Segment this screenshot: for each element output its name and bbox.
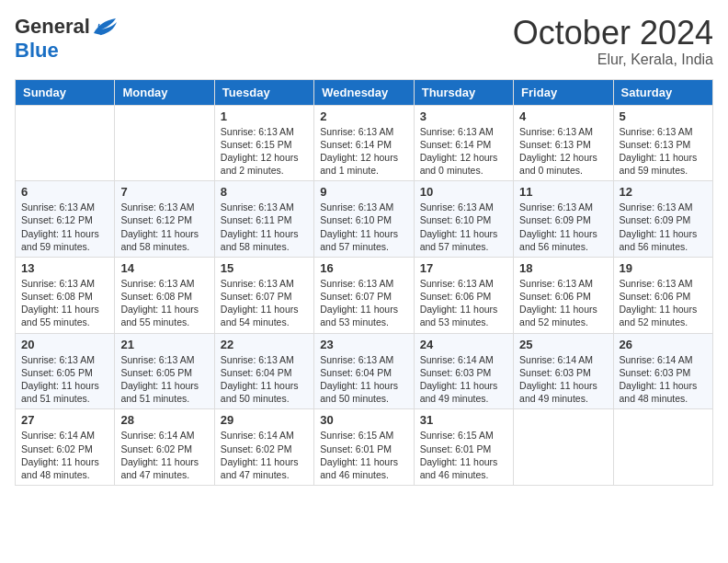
cell-info: Sunrise: 6:13 AMSunset: 6:06 PMDaylight:… [420,277,507,329]
calendar-cell: 10Sunrise: 6:13 AMSunset: 6:10 PMDayligh… [414,181,513,258]
day-number: 16 [320,261,407,275]
cell-info: Sunrise: 6:13 AMSunset: 6:12 PMDaylight:… [21,201,108,253]
cell-info: Sunrise: 6:13 AMSunset: 6:14 PMDaylight:… [420,125,507,178]
day-number: 10 [420,185,507,199]
cell-info: Sunrise: 6:14 AMSunset: 6:02 PMDaylight:… [21,429,108,481]
cell-info: Sunrise: 6:13 AMSunset: 6:13 PMDaylight:… [620,125,707,178]
calendar-cell: 22Sunrise: 6:13 AMSunset: 6:04 PMDayligh… [214,333,313,409]
day-number: 9 [320,185,407,199]
calendar-week-row: 20Sunrise: 6:13 AMSunset: 6:05 PMDayligh… [16,333,713,409]
weekday-header: Sunday [16,79,115,105]
cell-info: Sunrise: 6:13 AMSunset: 6:15 PMDaylight:… [221,125,308,178]
calendar-cell: 14Sunrise: 6:13 AMSunset: 6:08 PMDayligh… [115,257,214,333]
calendar-cell: 6Sunrise: 6:13 AMSunset: 6:12 PMDaylight… [16,181,115,258]
day-number: 7 [120,185,208,199]
calendar-header-row: SundayMondayTuesdayWednesdayThursdayFrid… [16,79,713,105]
cell-info: Sunrise: 6:14 AMSunset: 6:03 PMDaylight:… [420,353,507,406]
calendar-cell: 1Sunrise: 6:13 AMSunset: 6:15 PMDaylight… [214,105,313,181]
day-number: 24 [420,338,507,351]
logo-blue: Blue [15,39,59,63]
calendar-cell: 9Sunrise: 6:13 AMSunset: 6:10 PMDaylight… [314,181,414,258]
day-number: 23 [320,338,407,351]
day-number: 29 [221,413,308,427]
cell-info: Sunrise: 6:13 AMSunset: 6:08 PMDaylight:… [120,277,208,329]
day-number: 3 [420,109,507,123]
cell-info: Sunrise: 6:13 AMSunset: 6:06 PMDaylight:… [519,277,607,329]
cell-info: Sunrise: 6:14 AMSunset: 6:03 PMDaylight:… [519,353,607,406]
day-number: 17 [420,261,507,275]
calendar-cell: 17Sunrise: 6:13 AMSunset: 6:06 PMDayligh… [414,257,513,333]
calendar-week-row: 13Sunrise: 6:13 AMSunset: 6:08 PMDayligh… [16,257,713,333]
calendar-cell: 11Sunrise: 6:13 AMSunset: 6:09 PMDayligh… [514,181,613,258]
calendar-cell: 5Sunrise: 6:13 AMSunset: 6:13 PMDaylight… [613,105,712,181]
day-number: 21 [120,338,208,351]
day-number: 1 [221,109,308,123]
day-number: 12 [620,185,707,199]
cell-info: Sunrise: 6:13 AMSunset: 6:07 PMDaylight:… [320,277,407,329]
calendar-cell: 31Sunrise: 6:15 AMSunset: 6:01 PMDayligh… [414,409,513,486]
calendar-cell: 26Sunrise: 6:14 AMSunset: 6:03 PMDayligh… [613,333,712,409]
calendar-cell: 25Sunrise: 6:14 AMSunset: 6:03 PMDayligh… [514,333,613,409]
cell-info: Sunrise: 6:13 AMSunset: 6:05 PMDaylight:… [21,353,108,406]
calendar-cell: 27Sunrise: 6:14 AMSunset: 6:02 PMDayligh… [16,409,115,486]
day-number: 28 [120,413,208,427]
cell-info: Sunrise: 6:13 AMSunset: 6:04 PMDaylight:… [320,353,407,406]
calendar-cell: 20Sunrise: 6:13 AMSunset: 6:05 PMDayligh… [16,333,115,409]
weekday-header: Thursday [414,79,513,105]
calendar-cell: 18Sunrise: 6:13 AMSunset: 6:06 PMDayligh… [514,257,613,333]
cell-info: Sunrise: 6:13 AMSunset: 6:13 PMDaylight:… [519,125,607,178]
calendar-cell: 4Sunrise: 6:13 AMSunset: 6:13 PMDaylight… [514,105,613,181]
calendar-cell [16,105,115,181]
calendar-cell: 30Sunrise: 6:15 AMSunset: 6:01 PMDayligh… [314,409,414,486]
calendar-cell [514,409,613,486]
calendar-cell: 16Sunrise: 6:13 AMSunset: 6:07 PMDayligh… [314,257,414,333]
day-number: 14 [120,261,208,275]
day-number: 27 [21,413,108,427]
cell-info: Sunrise: 6:13 AMSunset: 6:10 PMDaylight:… [320,201,407,253]
day-number: 13 [21,261,108,275]
cell-info: Sunrise: 6:14 AMSunset: 6:02 PMDaylight:… [221,429,308,481]
cell-info: Sunrise: 6:14 AMSunset: 6:02 PMDaylight:… [120,429,208,481]
calendar-cell: 2Sunrise: 6:13 AMSunset: 6:14 PMDaylight… [314,105,414,181]
cell-info: Sunrise: 6:13 AMSunset: 6:07 PMDaylight:… [221,277,308,329]
weekday-header: Saturday [613,79,712,105]
day-number: 4 [519,109,607,123]
cell-info: Sunrise: 6:13 AMSunset: 6:11 PMDaylight:… [221,201,308,253]
cell-info: Sunrise: 6:13 AMSunset: 6:06 PMDaylight:… [620,277,707,329]
day-number: 5 [620,109,707,123]
day-number: 25 [519,338,607,351]
calendar-cell: 19Sunrise: 6:13 AMSunset: 6:06 PMDayligh… [613,257,712,333]
month-title: October 2024 [513,15,713,52]
calendar-cell: 3Sunrise: 6:13 AMSunset: 6:14 PMDaylight… [414,105,513,181]
day-number: 26 [620,338,707,351]
cell-info: Sunrise: 6:13 AMSunset: 6:08 PMDaylight:… [21,277,108,329]
weekday-header: Tuesday [214,79,313,105]
calendar-week-row: 1Sunrise: 6:13 AMSunset: 6:15 PMDaylight… [16,105,713,181]
calendar-table: SundayMondayTuesdayWednesdayThursdayFrid… [15,79,713,486]
cell-info: Sunrise: 6:13 AMSunset: 6:09 PMDaylight:… [620,201,707,253]
day-number: 6 [21,185,108,199]
logo-general: General [15,15,90,39]
cell-info: Sunrise: 6:13 AMSunset: 6:04 PMDaylight:… [221,353,308,406]
title-block: October 2024 Elur, Kerala, India [513,15,713,68]
logo: General Blue [15,15,118,63]
weekday-header: Monday [115,79,214,105]
calendar-cell: 8Sunrise: 6:13 AMSunset: 6:11 PMDaylight… [214,181,313,258]
calendar-week-row: 6Sunrise: 6:13 AMSunset: 6:12 PMDaylight… [16,181,713,258]
calendar-cell [115,105,214,181]
calendar-cell: 21Sunrise: 6:13 AMSunset: 6:05 PMDayligh… [115,333,214,409]
calendar-cell: 29Sunrise: 6:14 AMSunset: 6:02 PMDayligh… [214,409,313,486]
day-number: 18 [519,261,607,275]
calendar-cell: 12Sunrise: 6:13 AMSunset: 6:09 PMDayligh… [613,181,712,258]
calendar-week-row: 27Sunrise: 6:14 AMSunset: 6:02 PMDayligh… [16,409,713,486]
cell-info: Sunrise: 6:13 AMSunset: 6:14 PMDaylight:… [320,125,407,178]
day-number: 8 [221,185,308,199]
day-number: 15 [221,261,308,275]
logo-bird-icon [92,17,118,37]
calendar-cell [613,409,712,486]
calendar-cell: 13Sunrise: 6:13 AMSunset: 6:08 PMDayligh… [16,257,115,333]
calendar-cell: 15Sunrise: 6:13 AMSunset: 6:07 PMDayligh… [214,257,313,333]
calendar-cell: 23Sunrise: 6:13 AMSunset: 6:04 PMDayligh… [314,333,414,409]
weekday-header: Friday [514,79,613,105]
cell-info: Sunrise: 6:14 AMSunset: 6:03 PMDaylight:… [620,353,707,406]
